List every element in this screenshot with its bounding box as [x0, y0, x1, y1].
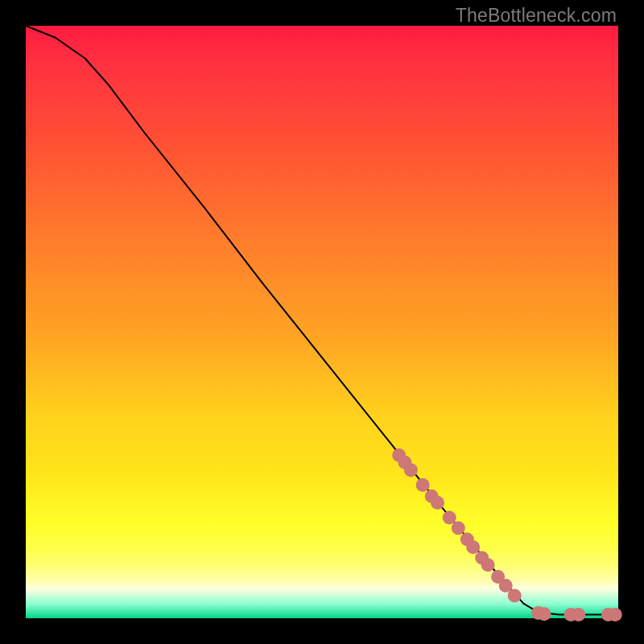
plot-area [26, 26, 618, 618]
data-point [431, 496, 444, 510]
data-point [572, 608, 585, 621]
data-points-group [392, 448, 622, 621]
data-point [508, 589, 522, 603]
data-point [481, 558, 495, 572]
data-point [443, 510, 456, 524]
curve-line [26, 26, 618, 615]
data-point [404, 464, 418, 477]
data-point [466, 540, 480, 554]
data-point [416, 478, 430, 492]
watermark-text: TheBottleneck.com [456, 5, 617, 27]
data-point [452, 522, 465, 535]
data-point [609, 608, 622, 621]
chart-svg [26, 26, 618, 618]
page-root: TheBottleneck.com [0, 0, 644, 644]
data-point [538, 607, 551, 621]
